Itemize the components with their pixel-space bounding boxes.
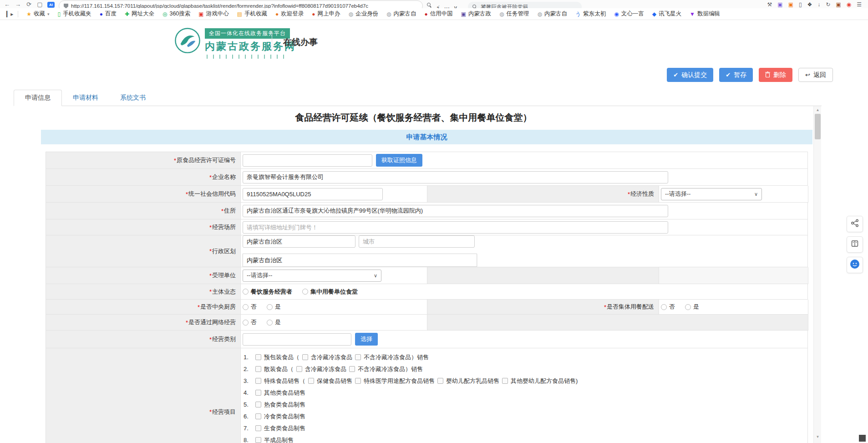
return-arrow-icon: ↩ (805, 72, 810, 78)
extension-orange-icon[interactable]: ▣ (788, 2, 793, 8)
phone-icon[interactable]: ▯ (799, 2, 802, 8)
checkbox[interactable] (255, 378, 261, 384)
bookmark-item[interactable]: ◆讯飞星火 (652, 10, 681, 18)
radio-online-no[interactable]: 否 (243, 318, 257, 326)
checkbox[interactable] (255, 366, 261, 372)
region-province-input[interactable] (243, 235, 355, 248)
address-bar[interactable]: http://117.161.154.157:7011/glapout/jsp/… (59, 0, 423, 8)
bookmark-item[interactable]: ◍企业身份 (349, 10, 378, 18)
pet-icon[interactable]: ❖ (807, 2, 812, 8)
bookmark-item[interactable]: ◎360搜索 (162, 10, 190, 18)
corner-widget[interactable] (859, 435, 866, 442)
radio-central-kitchen-yes[interactable]: 是 (267, 303, 281, 311)
economic-nature-select[interactable]: --请选择-- ∨ (661, 188, 762, 200)
checkbox[interactable] (255, 437, 261, 443)
tab-application-materials[interactable]: 申请材料 (62, 90, 109, 106)
radio-online-yes[interactable]: 是 (267, 318, 281, 326)
bookmark-item[interactable]: ✚网址大全 (125, 10, 154, 18)
bookmark-item[interactable]: ▣游戏中心 (198, 10, 228, 18)
history-icon[interactable]: ↻ (826, 2, 830, 8)
credit-code-input[interactable] (243, 188, 383, 200)
radio-canteen[interactable]: 集中用餐单位食堂 (302, 288, 358, 296)
bookmark-item[interactable]: う紫东太初 (575, 10, 606, 18)
menu-icon[interactable]: ☰ (857, 2, 862, 8)
category-input[interactable] (243, 333, 351, 346)
download-icon[interactable]: ↓ (817, 2, 820, 8)
save-draft-button[interactable]: ✔ 暂存 (719, 68, 753, 82)
residence-input[interactable] (243, 205, 668, 217)
radio-central-kitchen-no[interactable]: 否 (243, 303, 257, 311)
checkbox[interactable] (302, 354, 308, 360)
radio-group-meal-yes[interactable]: 是 (685, 303, 699, 311)
share-tool-button[interactable] (847, 216, 863, 232)
item-number: 2. (244, 363, 253, 375)
bookmark-item[interactable]: ●欢迎登录 (275, 10, 304, 18)
back-button[interactable]: ↩ 返回 (798, 68, 833, 82)
bookmark-item[interactable]: ●百度 (100, 10, 117, 18)
checkbox[interactable] (308, 378, 314, 384)
tools-icon[interactable]: ⚒ (767, 2, 772, 8)
premises-input[interactable] (243, 221, 668, 234)
forward-icon[interactable]: → (15, 1, 21, 8)
bookmark-item[interactable]: ◍内蒙古自 (386, 10, 416, 18)
ai-extension-icon[interactable]: AI (47, 2, 55, 8)
checkbox[interactable] (355, 378, 361, 384)
document-tool-button[interactable] (847, 236, 863, 253)
bookmark-item[interactable]: ●网上申办 (312, 10, 340, 18)
bookmarks-menu[interactable]: ★ 收藏 ▾ (26, 10, 49, 18)
url-text[interactable]: http://117.161.154.157:7011/glapout/jsp/… (71, 3, 368, 8)
company-name-input[interactable] (243, 171, 668, 183)
bookmark-label: 手机收藏夹 (63, 10, 91, 18)
search-icon[interactable] (427, 3, 432, 8)
residence-label: *住所 (46, 203, 241, 219)
checkbox[interactable] (255, 425, 261, 431)
bookmark-item[interactable]: ▯手机收藏夹 (58, 10, 91, 18)
reload-icon[interactable]: ⟳ (25, 1, 32, 8)
checkbox[interactable] (255, 354, 261, 360)
extension-purple-icon[interactable]: ▣ (777, 2, 782, 8)
bookmark-item[interactable]: ▣内蒙古政 (461, 10, 491, 18)
bookmark-item[interactable]: ▼数据编辑 (690, 10, 720, 18)
checkbox[interactable] (255, 390, 261, 396)
scroll-up-icon[interactable]: ▲ (814, 106, 822, 113)
tab-application-info[interactable]: 申请信息 (14, 90, 62, 106)
bookmark-item[interactable]: ◍任务管理 (499, 10, 529, 18)
accept-unit-select[interactable]: --请选择-- ∨ (243, 270, 381, 282)
back-icon[interactable]: ← (4, 1, 10, 8)
checkbox[interactable] (255, 413, 261, 419)
confirm-submit-button[interactable]: ✔ 确认提交 (667, 68, 713, 82)
region-suggestion-item[interactable]: 内蒙古自治区 (243, 254, 477, 267)
checkbox[interactable] (255, 402, 261, 407)
checkbox[interactable] (349, 366, 355, 372)
radio-catering-operator[interactable]: 餐饮服务经营者 (243, 288, 292, 296)
bookmark-item[interactable]: ◍内蒙古自 (538, 10, 567, 18)
bookmark-item[interactable]: ●信用中国 (424, 10, 452, 18)
region-city-input[interactable] (359, 235, 475, 248)
license-no-input[interactable] (243, 154, 372, 167)
chevron-down-icon[interactable]: ∨ (453, 5, 457, 8)
site-security-icon[interactable] (64, 4, 68, 9)
bookmark-item[interactable]: ▤手机收藏 (237, 10, 267, 18)
tab-square-icon[interactable]: ▢ (36, 1, 43, 8)
radio-group-meal-no[interactable]: 否 (661, 303, 675, 311)
scrollbar-thumb[interactable] (815, 114, 821, 139)
tab-system-documents[interactable]: 系统文书 (109, 90, 157, 106)
category-select-button[interactable]: 选择 (355, 333, 378, 346)
vertical-scrollbar[interactable]: ▲ ▼ (813, 106, 821, 443)
extension-brown-icon[interactable]: ▣ (836, 2, 841, 8)
scroll-down-icon[interactable]: ▼ (814, 433, 822, 440)
checkbox[interactable] (502, 378, 508, 384)
chrome-search-box[interactable]: 饕餮巨贪被开除党籍 (468, 2, 582, 8)
checkbox[interactable] (296, 366, 302, 372)
more-icon[interactable]: ⋯ (444, 5, 449, 8)
delete-button[interactable]: 删除 (759, 68, 792, 82)
sidebar-toggle-icon[interactable]: ▎▸ (6, 11, 18, 17)
bookmark-item[interactable]: ◉文心一言 (614, 10, 644, 18)
checkbox[interactable] (437, 378, 443, 384)
assistant-tool-button[interactable] (847, 257, 863, 273)
fetch-license-button[interactable]: 获取证照信息 (376, 154, 422, 167)
bookmark-label: 内蒙古自 (393, 10, 416, 18)
lightning-icon[interactable]: ⚡ (436, 5, 440, 8)
browser-hub-icon[interactable]: ◉ (847, 2, 851, 8)
checkbox[interactable] (355, 354, 361, 360)
